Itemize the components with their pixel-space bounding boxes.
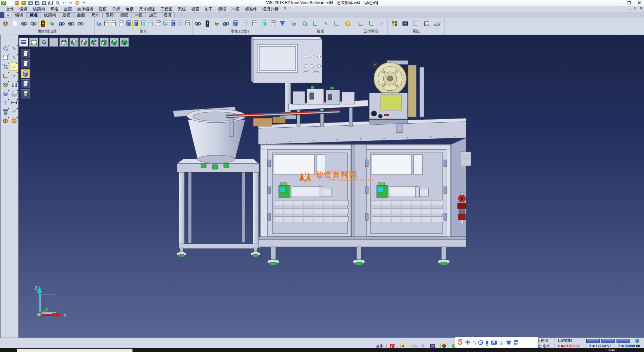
fit-view-icon[interactable] (1, 53, 9, 61)
confirm-check-icon[interactable]: ✓ (10, 62, 18, 71)
hidden-line-cylinder-icon[interactable] (21, 89, 30, 98)
lock-label[interactable]: 拴牢 (376, 343, 383, 349)
undo-icon[interactable]: ↶ (61, 1, 66, 5)
cylinder-paint-icon[interactable]: ✚ (162, 19, 169, 28)
maximize-button[interactable] (624, 0, 634, 6)
menu-solid-edit[interactable]: 实体编辑 (74, 6, 96, 12)
workplane-xy-icon[interactable] (357, 19, 365, 28)
cylinder-cyan-icon[interactable] (259, 19, 268, 28)
cylinder-cyan-icon[interactable] (140, 19, 147, 28)
monitor-icon[interactable] (401, 19, 410, 28)
tab-edit[interactable]: 编辑 (12, 12, 26, 18)
menu-system[interactable]: 系统 (175, 6, 189, 12)
tab-mould[interactable]: 塑膜 (117, 12, 131, 18)
menu-machining[interactable]: 加工 (202, 6, 215, 12)
surface-3d-icon[interactable] (433, 19, 442, 28)
eye-minus-icon[interactable]: ▬ (76, 19, 85, 28)
menu-dimension[interactable]: 尺寸标注 (136, 6, 158, 12)
menu-progress[interactable]: 冲模 (229, 6, 242, 12)
plan-ruler-icon[interactable] (311, 19, 320, 28)
cylinder-edit-icon[interactable]: ✎ (177, 19, 183, 28)
record-toggle-icon[interactable] (390, 343, 395, 349)
workplane-iso-icon[interactable]: ✓ (377, 19, 386, 28)
pick-filter-icon[interactable] (400, 343, 406, 349)
view-zoom-icon[interactable] (39, 38, 48, 47)
wireframe-cylinder-1-icon[interactable] (21, 49, 30, 58)
menu-modeling[interactable]: 建模 (96, 6, 109, 12)
eye-add-link-icon[interactable]: + (20, 19, 29, 28)
online-globe-icon[interactable] (635, 338, 639, 343)
emoji-panel-icon[interactable] (478, 340, 483, 345)
tab-wireframe[interactable]: 线架构 (41, 12, 59, 18)
eye-refresh-icon[interactable] (48, 19, 57, 28)
tab-flow[interactable]: 模流 (160, 12, 175, 18)
mdi-restore-icon[interactable] (634, 7, 637, 9)
menu-standard-parts[interactable]: 标准件 (242, 6, 260, 12)
cylinder-outline-3-icon[interactable] (118, 19, 124, 28)
menu-edit[interactable]: 编辑 (17, 6, 30, 12)
axis-view-icon[interactable] (332, 19, 341, 28)
profile-person-icon[interactable] (499, 341, 503, 345)
keypad-icon[interactable] (412, 19, 420, 28)
navigate-compass-icon[interactable] (1, 117, 9, 125)
close-button[interactable] (634, 0, 644, 6)
shaded-cylinder-selected-icon[interactable] (21, 69, 30, 78)
workplane-edit-icon[interactable] (367, 19, 376, 28)
mdi-close-icon[interactable] (640, 7, 643, 10)
qat-dropdown-icon[interactable]: ▼ (82, 1, 87, 5)
view-cube-iso-icon[interactable] (120, 38, 129, 47)
trim-pencil-icon[interactable]: ✎ (10, 44, 18, 52)
tab-standard[interactable]: 标准 (26, 12, 41, 18)
menu-wireframe[interactable]: 线架构 (30, 6, 48, 12)
menu-file[interactable]: 文件 (3, 6, 17, 12)
cylinder-blue-icon[interactable] (125, 19, 132, 28)
mdi-minimize-icon[interactable] (629, 9, 632, 9)
tab-progress[interactable]: 冲模 (131, 12, 146, 18)
window-layout-icon[interactable] (10, 81, 18, 89)
cylinder-outline-1-icon[interactable] (103, 19, 110, 28)
ghost-cylinder-icon[interactable] (21, 79, 30, 88)
move-ucs-icon[interactable] (1, 72, 9, 80)
doc-eye-icon[interactable] (10, 19, 19, 28)
cylinder-blue2-icon[interactable]: ● (169, 19, 176, 28)
save-as-icon[interactable] (35, 1, 40, 5)
eye-plusminus-icon[interactable]: ± (222, 19, 230, 28)
history-clock-icon[interactable] (75, 1, 80, 5)
smiley-icon[interactable] (343, 19, 352, 28)
render-cube-icon[interactable] (440, 343, 447, 349)
redo-icon[interactable]: ↷ (68, 1, 73, 5)
traffic-light-icon[interactable] (203, 19, 212, 28)
tab-machining[interactable]: 加工 (146, 12, 160, 18)
eye-remove-link-icon[interactable]: − (29, 19, 38, 28)
regen-view-icon[interactable] (1, 90, 9, 98)
zoom-plus-icon[interactable]: + (1, 62, 9, 71)
delete-entity-icon[interactable] (1, 108, 9, 116)
tab-surface[interactable]: 曲面 (73, 12, 88, 18)
palette-brush-icon[interactable] (1, 19, 10, 28)
cylinder-blue-selected-icon[interactable] (132, 19, 139, 28)
cylinder-light-icon[interactable] (147, 19, 154, 28)
save-icon[interactable] (28, 1, 33, 5)
toolbox-grid-icon[interactable] (514, 340, 519, 345)
menu-analysis[interactable]: 分析 (109, 6, 123, 12)
view-cube-right-icon[interactable] (90, 38, 99, 47)
view-cube-top-icon[interactable] (59, 38, 68, 47)
cylinder-outline-2-icon[interactable] (110, 19, 117, 28)
undo-step-icon[interactable]: ↶ (10, 108, 18, 116)
attributes-palette-icon[interactable] (1, 81, 9, 89)
link-chain-icon[interactable] (412, 343, 417, 349)
package-view-icon[interactable] (430, 343, 435, 349)
open-library-icon[interactable] (10, 117, 18, 125)
punctuation-mode-icon[interactable]: °, (473, 340, 476, 345)
view-cube-left-icon[interactable] (79, 38, 89, 47)
view-fit-icon[interactable] (29, 38, 38, 47)
cylinder-delete-icon[interactable]: ✕ (184, 19, 191, 28)
menu-drafting[interactable]: 工程图 (158, 6, 175, 12)
sogou-logo-icon[interactable]: S (458, 338, 463, 346)
tab-application[interactable]: 应用 (102, 12, 117, 18)
cylinder-wire-icon[interactable] (155, 19, 161, 28)
cylinder-blue-icon[interactable] (231, 19, 240, 28)
view-cube-bottom-icon[interactable] (110, 38, 119, 47)
eye-add-link-icon[interactable]: + (194, 19, 202, 28)
eye-plusminus-icon[interactable]: ± (57, 19, 66, 28)
